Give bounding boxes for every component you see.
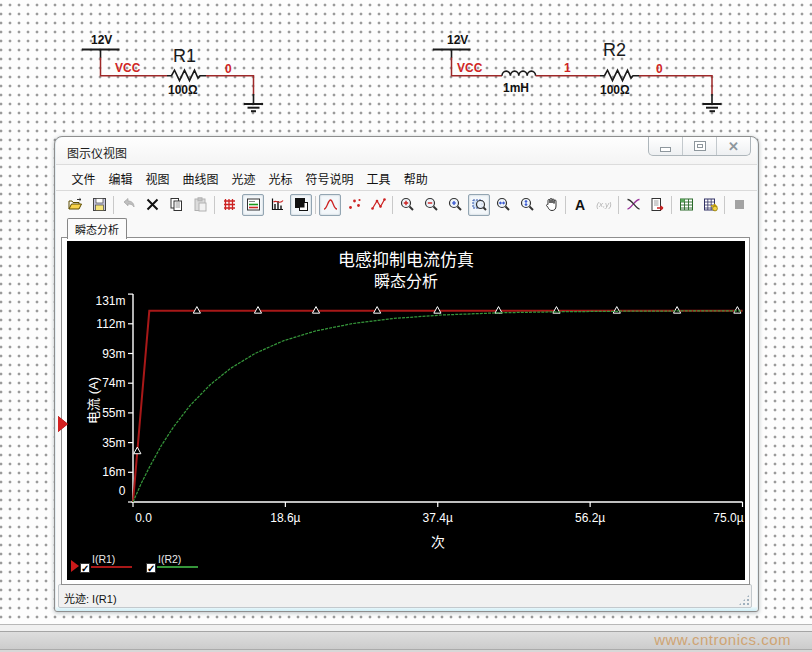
menu-item-view[interactable]: 视图 xyxy=(139,165,176,190)
invert-colors-icon xyxy=(293,196,310,213)
toolbar-zoom-in-button[interactable] xyxy=(396,194,418,216)
menu-item-tools[interactable]: 工具 xyxy=(360,165,397,190)
toolbar-separator xyxy=(112,195,115,215)
toolbar-export-excel-button[interactable] xyxy=(675,194,697,216)
trace2-name: I(R2) xyxy=(158,553,181,565)
wire-out-left[interactable] xyxy=(206,76,254,95)
toolbar-paste-button[interactable] xyxy=(189,194,211,216)
overlay-traces-icon xyxy=(625,196,642,213)
toolbar-invert-colors-button[interactable] xyxy=(290,194,312,216)
resistor-value-r1[interactable]: 100Ω xyxy=(168,83,198,97)
trace1-checkbox[interactable]: ✓ xyxy=(80,563,90,573)
toolbar-separator xyxy=(670,195,673,215)
paste-icon xyxy=(192,196,209,213)
wire-out-right[interactable] xyxy=(639,76,712,95)
trace-marker xyxy=(134,447,141,454)
toolbar-scatter-plot-button[interactable] xyxy=(343,194,365,216)
y-tick-label: 93m xyxy=(102,346,125,360)
trace1-color-line xyxy=(91,566,132,568)
titlebar[interactable]: 图示仪视图 ✕ xyxy=(56,137,757,165)
text-annotation-icon: A xyxy=(575,197,585,213)
trace-ir1[interactable] xyxy=(133,310,743,501)
minimize-icon xyxy=(660,147,671,152)
toolbar-zoom-out-button[interactable] xyxy=(420,194,442,216)
undo-icon xyxy=(120,196,137,213)
stop-icon xyxy=(731,196,748,213)
toolbar-show-coords-button[interactable]: (x,y) xyxy=(593,194,615,216)
net-label-1[interactable]: 1 xyxy=(564,61,571,75)
toolbar-page-properties-button[interactable] xyxy=(242,194,264,216)
delete-icon xyxy=(144,196,161,213)
pan-hand-icon xyxy=(543,196,560,213)
inductor-l1[interactable] xyxy=(502,71,536,76)
trace-ir2[interactable] xyxy=(133,310,743,501)
export-excel-icon xyxy=(678,196,695,213)
toolbar-zoom-x-button[interactable] xyxy=(492,194,514,216)
zoom-x-icon xyxy=(495,196,512,213)
toolbar-separator xyxy=(314,195,317,215)
toolbar-copy-button[interactable] xyxy=(165,194,187,216)
minimize-button[interactable] xyxy=(649,137,682,155)
statusbar: 光迹: I(R1) xyxy=(58,584,752,608)
supply-label-right[interactable]: 12V xyxy=(447,33,468,47)
x-tick-label: 18.6µ xyxy=(270,510,300,524)
maximize-icon xyxy=(694,141,706,151)
resistor-r1[interactable] xyxy=(167,70,206,81)
toolbar-delete-button[interactable] xyxy=(141,194,163,216)
toolbar-stop-button[interactable] xyxy=(728,194,750,216)
toolbar-zoom-select-button[interactable] xyxy=(468,194,490,216)
toolbar-grid-button[interactable] xyxy=(218,194,240,216)
resistor-r2[interactable] xyxy=(600,70,639,81)
y-tick-label: 16m xyxy=(102,465,125,479)
toolbar-undo-button[interactable] xyxy=(117,194,139,216)
tab-label: 瞬态分析 xyxy=(75,221,119,237)
toolbar-open-button[interactable] xyxy=(64,194,86,216)
resize-grip[interactable] xyxy=(738,594,750,606)
menu-item-cursor[interactable]: 光标 xyxy=(262,165,299,190)
toolbar-zoom-y-button[interactable] xyxy=(516,194,538,216)
open-icon xyxy=(67,196,84,213)
tab-transient-analysis[interactable]: 瞬态分析 xyxy=(67,218,127,240)
zoom-select-icon xyxy=(471,196,488,213)
net-label-vcc-left[interactable]: VCC xyxy=(115,61,140,75)
menu-item-edit[interactable]: 编辑 xyxy=(102,165,139,190)
net-label-0-right[interactable]: 0 xyxy=(656,62,663,76)
maximize-button[interactable] xyxy=(682,137,716,155)
toolbar-overlay-traces-button[interactable] xyxy=(622,194,644,216)
toolbar-separator xyxy=(391,195,394,215)
menu-item-help[interactable]: 帮助 xyxy=(397,165,434,190)
toolbar-save-button[interactable] xyxy=(88,194,110,216)
close-button[interactable]: ✕ xyxy=(716,137,750,155)
close-icon: ✕ xyxy=(728,140,739,153)
vcc-symbol-left[interactable] xyxy=(82,50,120,59)
toolbar-line-plot-button[interactable] xyxy=(319,194,341,216)
chart-legend: ✓ I(R1) ✓ I(R2) xyxy=(67,553,745,579)
resistor-ref-r1[interactable]: R1 xyxy=(173,46,196,67)
toolbar-separator xyxy=(723,195,726,215)
trace2-checkbox[interactable]: ✓ xyxy=(146,563,156,573)
menu-item-graph[interactable]: 曲线图 xyxy=(176,165,225,190)
window-title: 图示仪视图 xyxy=(67,144,127,161)
supply-label-left[interactable]: 12V xyxy=(91,33,112,47)
net-label-0-left[interactable]: 0 xyxy=(225,62,232,76)
ground-symbol-left[interactable] xyxy=(244,94,263,111)
menu-item-file[interactable]: 文件 xyxy=(65,165,102,190)
menu-item-legend[interactable]: 符号说明 xyxy=(299,165,360,190)
toolbar-separator xyxy=(617,195,620,215)
resistor-value-r2[interactable]: 100Ω xyxy=(600,83,630,97)
toolbar-export-trace-button[interactable] xyxy=(646,194,668,216)
ground-symbol-right[interactable] xyxy=(703,94,722,111)
graph-properties-icon xyxy=(269,196,286,213)
toolbar-zoom-restore-button[interactable] xyxy=(444,194,466,216)
resistor-ref-r2[interactable]: R2 xyxy=(603,40,626,61)
chart-area[interactable]: 电感抑制电流仿真 瞬态分析 电流 (A) 次 016m35m55m74m93m1… xyxy=(67,241,745,580)
net-label-vcc-right[interactable]: VCC xyxy=(457,61,482,75)
vcc-symbol-right[interactable] xyxy=(433,50,471,59)
inductor-value-l1[interactable]: 1mH xyxy=(503,81,529,95)
toolbar-export-grid-button[interactable] xyxy=(699,194,721,216)
toolbar-pan-hand-button[interactable] xyxy=(540,194,562,216)
toolbar-text-annotation-button[interactable]: A xyxy=(569,194,591,216)
toolbar-graph-properties-button[interactable] xyxy=(266,194,288,216)
toolbar-line-marker-plot-button[interactable] xyxy=(367,194,389,216)
menu-item-trace[interactable]: 光迹 xyxy=(225,165,262,190)
